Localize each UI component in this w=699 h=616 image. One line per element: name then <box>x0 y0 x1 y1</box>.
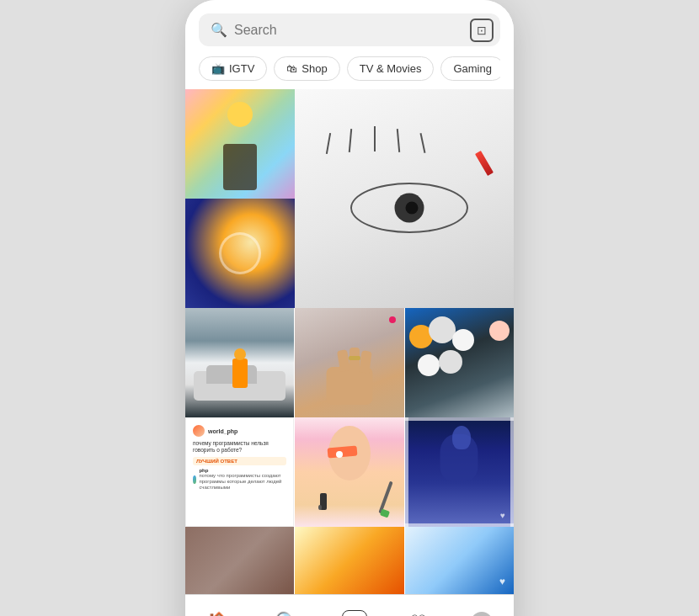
grid-cell-selfie[interactable] <box>405 308 514 417</box>
search-nav-icon: 🔍 <box>275 613 300 616</box>
igtv-icon: 📺 <box>211 62 225 75</box>
home-icon: 🏠 <box>206 613 232 616</box>
grid-cell-text-post[interactable]: world_php почему программисты нельзя гов… <box>185 417 294 527</box>
grid-cell-eye[interactable] <box>295 89 514 308</box>
grid-cell-anime[interactable] <box>185 89 295 199</box>
grid-cell-hands[interactable] <box>295 308 403 417</box>
nav-add-button[interactable]: + <box>337 605 372 616</box>
tab-gaming[interactable]: Gaming <box>440 56 500 81</box>
text-post-avatar <box>193 425 205 437</box>
nav-search-button[interactable]: 🔍 <box>269 608 305 616</box>
best-answer-badge: ЛУЧШИЙ ОТВЕТ <box>193 457 286 465</box>
grid-cell-partial-1[interactable] <box>185 527 294 594</box>
tab-shop[interactable]: 🛍 Shop <box>274 56 339 81</box>
top-area: 🔍 ⊡ 📺 IGTV 🛍 Shop TV & Movies Gaming <box>185 0 514 89</box>
grid-cell-partial-3[interactable]: ♥ <box>405 527 514 594</box>
tab-tv-movies-label: TV & Movies <box>360 62 422 75</box>
search-icon: 🔍 <box>211 22 227 38</box>
tab-tv-movies[interactable]: TV & Movies <box>347 56 435 81</box>
nav-profile-button[interactable] <box>466 607 498 616</box>
grid-cell-car[interactable] <box>185 308 294 417</box>
grid-cell-latte[interactable] <box>185 199 295 308</box>
shop-icon: 🛍 <box>286 62 297 75</box>
heart-icon: ♡ <box>409 613 428 616</box>
phone-frame: 🔍 ⊡ 📺 IGTV 🛍 Shop TV & Movies Gaming <box>185 0 514 616</box>
reply-text: потому что программисты создают программ… <box>199 473 286 491</box>
filter-tabs: 📺 IGTV 🛍 Shop TV & Movies Gaming <box>199 56 500 89</box>
nav-home-button[interactable]: 🏠 <box>201 608 237 616</box>
profile-avatar <box>471 612 493 616</box>
tab-shop-label: Shop <box>301 62 327 75</box>
bottom-navigation: 🏠 🔍 + ♡ <box>185 594 514 616</box>
search-input[interactable] <box>234 23 488 38</box>
grid-cell-face-paint[interactable] <box>295 417 403 527</box>
reply-avatar <box>193 475 196 484</box>
text-post-reply: php потому что программисты создают прог… <box>193 468 286 491</box>
tab-igtv[interactable]: 📺 IGTV <box>199 56 267 81</box>
add-icon-wrap: + <box>342 610 367 616</box>
grid-cell-partial-2[interactable] <box>295 527 403 594</box>
tab-igtv-label: IGTV <box>229 62 254 75</box>
search-bar: 🔍 ⊡ <box>199 13 500 46</box>
nav-activity-button[interactable]: ♡ <box>404 608 433 616</box>
qr-scanner-button[interactable]: ⊡ <box>470 19 494 42</box>
grid-cell-blue-horse[interactable]: ♥ <box>405 417 514 527</box>
qr-icon: ⊡ <box>477 24 487 37</box>
explore-grid: world_php почему программисты нельзя гов… <box>185 89 514 594</box>
tab-gaming-label: Gaming <box>453 62 492 75</box>
text-post-question: почему программисты нельзя говорить о ра… <box>193 440 286 454</box>
text-post-username: world_php <box>208 428 237 434</box>
